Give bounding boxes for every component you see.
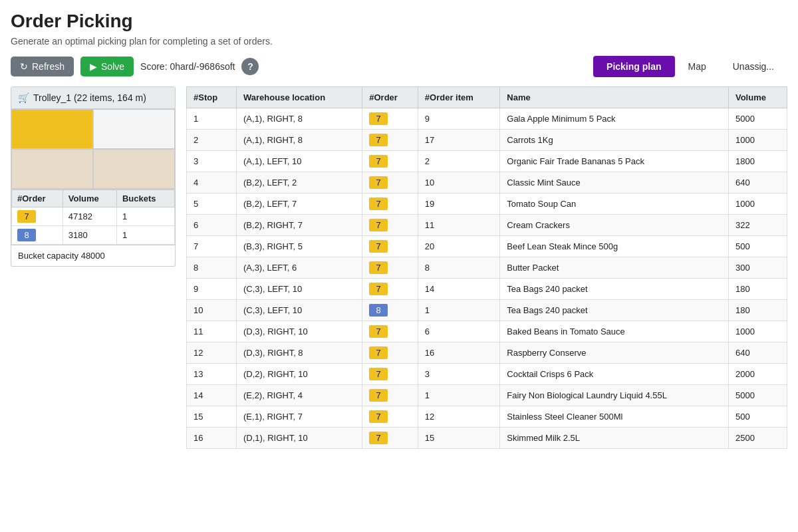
cell-name: Organic Fair Trade Bananas 5 Pack <box>500 151 729 172</box>
question-mark-icon: ? <box>247 61 253 72</box>
cell-volume: 2000 <box>728 364 787 385</box>
cell-order: 7 <box>362 151 418 172</box>
cell-stop: 4 <box>187 172 237 194</box>
cell-order: 7 <box>362 236 418 257</box>
cell-order: 7 <box>362 364 418 385</box>
cell-order-item: 15 <box>418 428 499 449</box>
page: Order Picking Generate an optimal pickin… <box>0 0 798 532</box>
order-row-7: 7 47182 1 <box>12 207 175 226</box>
table-row: 15 (E,1), RIGHT, 7 7 12 Stainless Steel … <box>187 406 787 428</box>
cell-name: Carrots 1Kg <box>500 130 729 151</box>
table-row: 8 (A,3), LEFT, 6 7 8 Butter Packet 300 <box>187 257 787 279</box>
order-buckets-7: 1 <box>116 207 174 226</box>
orders-table: #Order Volume Buckets 7 47182 1 8 <box>11 190 175 245</box>
cell-location: (D,3), RIGHT, 8 <box>237 342 362 364</box>
cell-name: Gala Apple Minimum 5 Pack <box>500 108 729 130</box>
cell-stop: 7 <box>187 236 237 257</box>
col-warehouse-location: Warehouse location <box>237 87 362 108</box>
trolley-cell-top-right <box>93 109 175 149</box>
trolley-header: 🛒 Trolley_1 (22 items, 164 m) <box>11 86 176 109</box>
col-volume: Volume <box>63 190 116 207</box>
cell-location: (C,3), LEFT, 10 <box>237 300 362 321</box>
cell-name: Cocktail Crisps 6 Pack <box>500 364 729 385</box>
cell-location: (A,1), RIGHT, 8 <box>237 130 362 151</box>
cell-volume: 300 <box>728 257 787 279</box>
tab-unassigned[interactable]: Unassig... <box>720 56 787 77</box>
cell-volume: 500 <box>728 406 787 428</box>
cell-name: Tea Bags 240 packet <box>500 300 729 321</box>
cell-stop: 14 <box>187 385 237 406</box>
toolbar: ↻ Refresh ▶ Solve Score: 0hard/-9686soft… <box>11 56 787 77</box>
nav-tabs: Picking plan Map Unassig... <box>593 56 787 77</box>
cell-order: 7 <box>362 406 418 428</box>
page-subtitle: Generate an optimal picking plan for com… <box>11 36 787 47</box>
cell-order-item: 2 <box>418 151 499 172</box>
table-row: 4 (B,2), LEFT, 2 7 10 Classic Mint Sauce… <box>187 172 787 194</box>
cell-stop: 12 <box>187 342 237 364</box>
help-button[interactable]: ? <box>241 58 259 75</box>
trolley-cart-icon: 🛒 <box>18 92 29 103</box>
cell-stop: 15 <box>187 406 237 428</box>
main-content: 🛒 Trolley_1 (22 items, 164 m) #Order <box>11 86 787 449</box>
table-row: 9 (C,3), LEFT, 10 7 14 Tea Bags 240 pack… <box>187 279 787 300</box>
cell-location: (E,1), RIGHT, 7 <box>237 406 362 428</box>
cell-location: (E,2), RIGHT, 4 <box>237 385 362 406</box>
cell-location: (D,2), RIGHT, 10 <box>237 364 362 385</box>
cell-order: 7 <box>362 108 418 130</box>
cell-order: 7 <box>362 428 418 449</box>
table-row: 13 (D,2), RIGHT, 10 7 3 Cocktail Crisps … <box>187 364 787 385</box>
cell-name: Cream Crackers <box>500 215 729 236</box>
cell-volume: 640 <box>728 342 787 364</box>
cell-location: (B,3), RIGHT, 5 <box>237 236 362 257</box>
bucket-capacity: Bucket capacity 48000 <box>11 245 176 267</box>
cell-volume: 180 <box>728 279 787 300</box>
table-row: 5 (B,2), LEFT, 7 7 19 Tomato Soup Can 10… <box>187 194 787 215</box>
cell-location: (D,3), RIGHT, 10 <box>237 321 362 342</box>
order-row-8: 8 3180 1 <box>12 226 175 245</box>
solve-button[interactable]: ▶ Solve <box>80 57 134 76</box>
solve-label: Solve <box>101 61 124 72</box>
cell-order: 7 <box>362 342 418 364</box>
trolley-grid <box>11 109 176 190</box>
col-stop: #Stop <box>187 87 237 108</box>
cell-order-item: 9 <box>418 108 499 130</box>
order-id-7: 7 <box>12 207 63 226</box>
cell-order: 7 <box>362 321 418 342</box>
cell-volume: 5000 <box>728 108 787 130</box>
cell-order: 7 <box>362 130 418 151</box>
cell-volume: 500 <box>728 236 787 257</box>
cell-stop: 2 <box>187 130 237 151</box>
cell-order-item: 1 <box>418 385 499 406</box>
cell-location: (B,2), LEFT, 2 <box>237 172 362 194</box>
tab-map[interactable]: Map <box>675 56 720 77</box>
cell-name: Fairy Non Biological Laundry Liquid 4.55… <box>500 385 729 406</box>
cell-stop: 5 <box>187 194 237 215</box>
cell-order: 7 <box>362 257 418 279</box>
refresh-button[interactable]: ↻ Refresh <box>11 57 74 76</box>
cell-volume: 1000 <box>728 194 787 215</box>
refresh-label: Refresh <box>32 61 65 72</box>
cell-name: Tomato Soup Can <box>500 194 729 215</box>
cell-order: 7 <box>362 172 418 194</box>
cell-order-item: 8 <box>418 257 499 279</box>
col-order: #Order <box>362 87 418 108</box>
cell-stop: 10 <box>187 300 237 321</box>
cell-stop: 8 <box>187 257 237 279</box>
tab-picking-plan[interactable]: Picking plan <box>593 56 674 77</box>
cell-order-item: 11 <box>418 215 499 236</box>
cell-order-item: 20 <box>418 236 499 257</box>
page-title: Order Picking <box>11 11 787 32</box>
col-name: Name <box>500 87 729 108</box>
cell-order-item: 14 <box>418 279 499 300</box>
trolley-cell-top-left <box>11 109 93 149</box>
col-order-item: #Order item <box>418 87 499 108</box>
cell-name: Butter Packet <box>500 257 729 279</box>
table-row: 16 (D,1), RIGHT, 10 7 15 Skimmed Milk 2.… <box>187 428 787 449</box>
cell-name: Skimmed Milk 2.5L <box>500 428 729 449</box>
table-row: 1 (A,1), RIGHT, 8 7 9 Gala Apple Minimum… <box>187 108 787 130</box>
left-panel: 🛒 Trolley_1 (22 items, 164 m) #Order <box>11 86 176 449</box>
trolley-cell-bottom-right <box>93 149 175 189</box>
cell-order-item: 19 <box>418 194 499 215</box>
orders-table-panel: #Order Volume Buckets 7 47182 1 8 <box>11 190 176 245</box>
cell-volume: 1000 <box>728 130 787 151</box>
